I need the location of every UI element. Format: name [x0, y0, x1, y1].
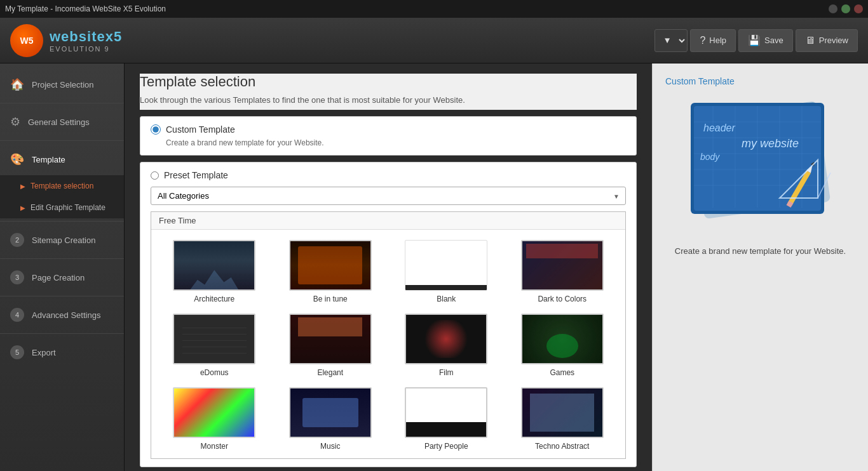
save-button[interactable]: 💾 Save [738, 29, 793, 52]
template-thumb-techno-abstract [521, 387, 604, 438]
titlebar-title: My Template - Incomedia WebSite X5 Evolu… [5, 4, 166, 13]
help-button[interactable]: ? Help [690, 29, 736, 52]
template-thumb-games [521, 314, 604, 364]
sidebar-item-advanced[interactable]: 4 Advanced Settings [0, 299, 124, 331]
template-name-edomus: eDomus [200, 368, 229, 377]
divider-5 [0, 296, 124, 296]
svg-text:header: header [703, 123, 735, 133]
app-header: websitex5 EVOLUTION 9 ▼ ? Help 💾 Save 🖥 … [0, 18, 868, 63]
home-icon: 🏠 [10, 77, 24, 91]
custom-template-label: Custom Template [166, 124, 235, 135]
page-description: Look through the various Templates to fi… [140, 95, 637, 105]
preview-button[interactable]: 🖥 Preview [796, 29, 858, 52]
center-panel: Template selection Look through the vari… [125, 63, 652, 471]
sidebar-label-general: General Settings [28, 117, 90, 127]
window-controls [829, 4, 863, 13]
sidebar-item-edit-graphic[interactable]: ▶ Edit Graphic Template [0, 197, 124, 218]
template-grid-wrapper[interactable]: Free Time ArchitectureBe in tuneBlankDar… [151, 211, 626, 459]
template-thumb-music [289, 387, 372, 438]
template-item-architecture[interactable]: Architecture [161, 240, 268, 303]
sidebar: 🏠 Project Selection ⚙ General Settings 🎨… [0, 63, 125, 471]
template-grid: ArchitectureBe in tuneBlankDark to Color… [151, 230, 625, 459]
svg-text:my website: my website [742, 137, 799, 150]
divider-2 [0, 140, 124, 141]
template-name-blank: Blank [437, 295, 456, 303]
grid-section-header: Free Time [151, 212, 625, 230]
template-name-film: Film [439, 368, 454, 377]
preset-template-radio[interactable] [151, 171, 159, 180]
template-thumb-blank [405, 240, 487, 291]
arrow-icon-2: ▶ [20, 204, 25, 211]
custom-template-section: Custom Template Create a brand new templ… [140, 116, 637, 156]
step-num-sitemap: 2 [10, 233, 24, 247]
sidebar-item-sitemap[interactable]: 2 Sitemap Creation [0, 224, 124, 256]
template-item-music[interactable]: Music [278, 387, 384, 451]
template-item-film[interactable]: Film [393, 314, 499, 377]
maximize-button[interactable] [841, 4, 850, 13]
sub-nav-label-template: Template selection [31, 182, 93, 190]
preview-icon: 🖥 [805, 35, 815, 46]
template-thumb-elegant [289, 314, 372, 364]
minimize-button[interactable] [829, 4, 837, 13]
sidebar-item-export[interactable]: 5 Export [0, 336, 124, 368]
template-name-monster: Monster [201, 442, 228, 451]
template-item-techno-abstract[interactable]: Techno Abstract [510, 387, 616, 451]
template-thumb-party-people [405, 387, 487, 438]
sidebar-item-project-selection[interactable]: 🏠 Project Selection [0, 69, 124, 100]
template-thumb-architecture [173, 240, 255, 291]
page-title: Template selection [140, 74, 637, 90]
template-item-elegant[interactable]: Elegant [278, 314, 384, 377]
template-item-party-people[interactable]: Party People [393, 387, 499, 451]
template-thumb-monster [173, 387, 255, 438]
template-item-edomus[interactable]: eDomus [161, 314, 268, 377]
help-icon: ? [700, 35, 705, 46]
template-item-blank[interactable]: Blank [393, 240, 499, 303]
template-thumb-be-in-tune [289, 240, 372, 291]
template-item-dark-to-colors[interactable]: Dark to Colors [510, 240, 616, 303]
close-button[interactable] [854, 4, 863, 13]
template-name-elegant: Elegant [317, 368, 343, 377]
category-dropdown[interactable]: All Categories Free Time Business Techno… [151, 187, 626, 205]
template-name-party-people: Party People [424, 442, 468, 451]
divider-6 [0, 333, 124, 334]
template-item-monster[interactable]: Monster [161, 387, 268, 451]
header-actions: ▼ ? Help 💾 Save 🖥 Preview [654, 29, 858, 52]
template-thumb-dark-to-colors [521, 240, 604, 291]
sidebar-label-page: Page Creation [32, 273, 85, 282]
custom-template-radio[interactable] [151, 124, 161, 135]
custom-template-desc: Create a brand new template for your Web… [166, 138, 626, 147]
sidebar-item-template-selection[interactable]: ▶ Template selection [0, 175, 124, 197]
header-dropdown[interactable]: ▼ [654, 29, 688, 52]
template-thumb-edomus [173, 314, 255, 364]
template-icon: 🎨 [10, 152, 24, 166]
svg-text:body: body [700, 152, 720, 162]
template-name-architecture: Architecture [194, 295, 234, 303]
template-name-music: Music [320, 442, 340, 451]
logo-icon [10, 24, 43, 57]
sidebar-item-page-creation[interactable]: 3 Page Creation [0, 262, 124, 293]
sidebar-label-sitemap: Sitemap Creation [32, 236, 95, 245]
right-panel-description: Create a brand new template for your Web… [675, 246, 846, 256]
preview-label: Preview [819, 36, 848, 45]
sidebar-label-template-group: Template [32, 155, 65, 164]
template-name-games: Games [550, 368, 574, 377]
main-layout: 🏠 Project Selection ⚙ General Settings 🎨… [0, 63, 868, 471]
step-num-advanced: 4 [10, 308, 24, 322]
step-num-export: 5 [10, 345, 24, 359]
main-content-area: Template selection Look through the vari… [125, 63, 868, 471]
sidebar-label-project: Project Selection [32, 80, 94, 90]
sub-nav-template: ▶ Template selection ▶ Edit Graphic Temp… [0, 175, 124, 218]
template-item-games[interactable]: Games [510, 314, 616, 377]
right-panel: Custom Template [652, 63, 868, 471]
titlebar: My Template - Incomedia WebSite X5 Evolu… [0, 0, 868, 18]
template-name-dark-to-colors: Dark to Colors [538, 295, 587, 303]
template-item-be-in-tune[interactable]: Be in tune [278, 240, 384, 303]
right-panel-title: Custom Template [665, 76, 735, 86]
sidebar-item-template-group[interactable]: 🎨 Template [0, 143, 124, 175]
divider-1 [0, 103, 124, 103]
divider-3 [0, 221, 124, 222]
preset-template-row: Preset Template [151, 170, 626, 180]
step-num-page: 3 [10, 270, 24, 284]
sidebar-item-general-settings[interactable]: ⚙ General Settings [0, 106, 124, 138]
save-label: Save [764, 36, 783, 45]
